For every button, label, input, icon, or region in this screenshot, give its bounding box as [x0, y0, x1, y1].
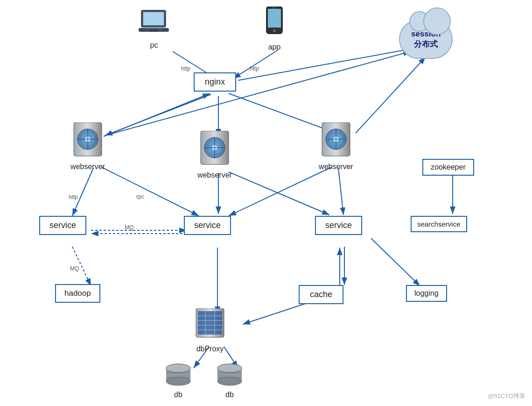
svg-line-15	[105, 51, 411, 135]
label-mq1: MQ	[125, 224, 133, 231]
svg-line-7	[238, 48, 418, 80]
svg-rect-37	[272, 7, 277, 8]
session-cloud: session分布式	[399, 20, 453, 59]
service2-box: service	[184, 216, 231, 235]
label-http2: http	[250, 65, 259, 72]
svg-rect-35	[268, 9, 281, 28]
server3-icon	[317, 122, 355, 160]
label-rpc: rpc	[136, 193, 144, 200]
svg-point-36	[273, 29, 276, 32]
svg-line-24	[371, 238, 420, 286]
node-webserver3: webserver	[317, 122, 355, 171]
node-webserver2: webserver	[196, 131, 233, 179]
service1-box: service	[39, 216, 86, 235]
svg-line-8	[72, 168, 93, 216]
zookeeper-box: zookeeper	[422, 159, 474, 176]
node-hadoop: hadoop	[55, 284, 100, 303]
svg-point-75	[217, 377, 242, 385]
node-db1: db	[164, 363, 192, 399]
svg-line-13	[338, 168, 343, 215]
svg-line-14	[356, 57, 426, 133]
node-db2: db	[216, 363, 244, 399]
session-label: session分布式	[411, 29, 441, 49]
label-http3: http	[69, 194, 78, 200]
node-nginx: nginx	[194, 72, 236, 92]
node-service3: service	[315, 216, 362, 235]
svg-line-27	[104, 93, 210, 136]
svg-line-23	[243, 303, 308, 324]
dbproxy-icon	[191, 308, 229, 342]
diagram-container: http http http rpc MQ MQ pc app nginx	[0, 0, 532, 406]
svg-point-69	[166, 377, 190, 385]
svg-rect-60	[198, 311, 222, 335]
nginx-box: nginx	[194, 72, 236, 92]
webserver1-label: webserver	[69, 163, 106, 171]
db1-label: db	[164, 391, 192, 399]
node-app: app	[263, 7, 286, 51]
dbproxy-label: dbProxy	[191, 345, 229, 353]
svg-point-70	[166, 364, 190, 372]
db2-label: db	[216, 391, 244, 399]
svg-line-3	[233, 50, 277, 78]
svg-line-9	[102, 167, 199, 216]
node-searchservice: searchservice	[411, 216, 467, 232]
pc-icon	[138, 7, 170, 38]
svg-line-12	[229, 167, 331, 216]
watermark: @51CTO博客	[488, 392, 525, 400]
node-dbproxy: dbProxy	[191, 308, 229, 353]
pc-label: pc	[138, 41, 170, 50]
server2-icon	[196, 131, 233, 168]
svg-line-4	[105, 94, 211, 135]
svg-rect-29	[143, 12, 164, 25]
label-mq2: MQ	[70, 265, 79, 272]
node-service2: service	[184, 216, 231, 235]
node-webserver1: webserver	[69, 122, 106, 171]
cache-box: cache	[299, 285, 343, 304]
arrows-layer	[0, 0, 532, 406]
app-icon	[263, 7, 286, 40]
node-pc: pc	[138, 7, 170, 50]
hadoop-box: hadoop	[55, 284, 100, 303]
app-label: app	[263, 43, 286, 51]
server1-icon	[69, 122, 106, 160]
node-zookeeper: zookeeper	[422, 159, 474, 176]
svg-line-11	[229, 172, 329, 215]
logging-box: logging	[406, 285, 447, 302]
label-http1: http	[181, 65, 190, 72]
node-service1: service	[39, 216, 86, 235]
searchservice-box: searchservice	[411, 216, 467, 232]
node-cache: cache	[299, 285, 343, 304]
db1-icon	[164, 363, 192, 388]
webserver2-label: webserver	[196, 171, 233, 179]
svg-point-76	[217, 364, 242, 372]
node-logging: logging	[406, 285, 447, 302]
node-session: session分布式	[399, 20, 453, 59]
svg-rect-31	[149, 30, 158, 32]
service3-box: service	[315, 216, 362, 235]
webserver3-label: webserver	[317, 163, 355, 171]
db2-icon	[216, 363, 244, 388]
